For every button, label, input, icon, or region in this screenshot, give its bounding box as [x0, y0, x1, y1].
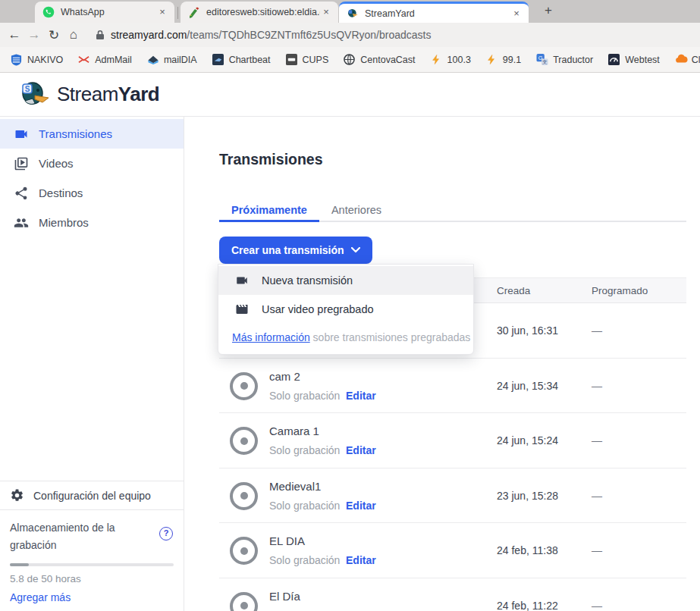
record-icon	[230, 427, 258, 455]
sidebar-item-label: Transmisiones	[39, 127, 112, 140]
storage-progress-fill	[10, 563, 29, 566]
edit-link[interactable]: Editar	[346, 444, 376, 456]
team-settings-button[interactable]: Configuración del equipo	[0, 481, 184, 509]
close-icon[interactable]: ×	[510, 8, 523, 20]
video-library-icon	[14, 156, 29, 171]
bookmark-99-1[interactable]: 99.1	[486, 54, 521, 66]
sidebar-item-miembros[interactable]: Miembros	[0, 208, 184, 237]
table-row[interactable]: EL DIA Solo grabación Editar 24 feb, 11:…	[219, 523, 686, 578]
menu-item-usar-video-pregrabado[interactable]: Usar video pregrabado	[218, 295, 473, 324]
sidebar-item-label: Destinos	[39, 186, 83, 199]
orange-cloud-icon	[675, 54, 687, 66]
app-wordmark: StreamYard	[57, 83, 159, 106]
bookmark-nakivo[interactable]: NAKIVO	[11, 54, 63, 66]
bookmark-traductor[interactable]: G文 Traductor	[536, 54, 593, 66]
table-row[interactable]: Camara 1 Solo grabación Editar 24 jun, 1…	[219, 413, 686, 468]
sidebar-item-destinos[interactable]: Destinos	[0, 178, 184, 208]
edit-link[interactable]: Editar	[346, 554, 376, 566]
url-domain: streamyard.com	[111, 29, 187, 41]
team-settings-label: Configuración del equipo	[33, 490, 151, 502]
clapperboard-icon	[235, 302, 262, 316]
create-broadcast-label: Crear una transmisión	[231, 244, 344, 256]
tab-proximamente[interactable]: Próximamente	[219, 199, 319, 221]
url-field[interactable]: streamyard.com/teams/TQDhBC9ZNTmft6z5UsQ…	[111, 29, 431, 41]
broadcast-title: Camara 1	[269, 425, 319, 437]
close-icon[interactable]: ×	[320, 6, 332, 18]
menu-item-label: Nueva transmisión	[262, 274, 353, 287]
bookmark-cups[interactable]: CUPS	[286, 54, 329, 66]
bookmark-chartbeat[interactable]: Chartbeat	[212, 54, 271, 66]
tab-editoresweb[interactable]: editoresweb:sitioweb:eldia.co ×	[180, 2, 338, 23]
orange-bolt-icon	[486, 54, 498, 66]
record-icon	[230, 592, 258, 611]
sidebar-item-videos[interactable]: Videos	[0, 149, 184, 178]
bookmarks-bar: NAKIVO AdmMail mailDIA Chartbeat CUPS Ce…	[0, 47, 700, 73]
scheduled-value: —	[592, 434, 602, 446]
add-more-link[interactable]: Agregar más	[10, 591, 174, 603]
bookmark-maildia[interactable]: mailDIA	[147, 54, 197, 66]
more-info-link[interactable]: Más información	[232, 331, 310, 343]
storage-progress-bar	[10, 563, 174, 566]
created-date: 24 feb, 11:22	[497, 600, 558, 611]
new-tab-button[interactable]: +	[539, 2, 557, 20]
close-icon[interactable]: ×	[156, 6, 168, 18]
bookmark-cloudflare[interactable]: CloudFlare	[675, 54, 700, 66]
tab-separator	[177, 7, 178, 19]
dark-cups-square-icon	[286, 54, 298, 66]
edit-link[interactable]: Editar	[346, 390, 376, 402]
bookmark-label: AdmMail	[95, 55, 132, 65]
tab-whatsapp[interactable]: WhatsApp ×	[35, 2, 174, 23]
pre-recorded-info: Más información sobre transmisiones preg…	[218, 324, 473, 354]
videocam-icon	[14, 127, 29, 142]
videocam-icon	[235, 274, 262, 287]
url-path: /teams/TQDhBC9ZNTmft6z5UsQVRyon/broadcas…	[187, 29, 431, 41]
back-icon[interactable]: ←	[5, 27, 24, 42]
wordmark-stream: Stream	[57, 83, 118, 105]
gauge-square-icon	[608, 54, 620, 66]
bookmark-label: Chartbeat	[229, 55, 271, 65]
translate-square-icon: G文	[536, 54, 548, 66]
sidebar-item-label: Miembros	[39, 216, 89, 229]
bookmark-100-3[interactable]: 100.3	[431, 54, 471, 66]
edit-link[interactable]: Editar	[346, 500, 376, 512]
lock-icon	[96, 30, 105, 40]
create-broadcast-dropdown: Nueva transmisión Usar video pregrabado …	[218, 264, 474, 355]
reload-icon[interactable]: ↻	[44, 27, 64, 43]
orange-bolt-icon	[431, 54, 443, 66]
sidebar-item-transmisiones[interactable]: Transmisiones	[0, 119, 184, 149]
chevron-down-icon	[351, 247, 360, 253]
created-date: 23 jun, 15:28	[497, 490, 558, 502]
bookmark-label: 99.1	[503, 55, 521, 65]
table-row[interactable]: cam 2 Solo grabación Editar 24 jun, 15:3…	[219, 359, 686, 414]
scheduled-value: —	[592, 490, 602, 502]
table-row[interactable]: Medieval1 Solo grabación Editar 23 jun, …	[219, 468, 686, 524]
bookmark-label: NAKIVO	[27, 55, 63, 65]
tab-anteriores[interactable]: Anteriores	[319, 199, 394, 221]
created-date: 30 jun, 16:31	[497, 324, 558, 337]
created-date: 24 feb, 11:38	[497, 544, 558, 556]
menu-item-nueva-transmision[interactable]: Nueva transmisión	[218, 266, 473, 295]
record-icon	[230, 482, 258, 510]
storage-title: Almacenamiento de la grabación	[10, 519, 143, 554]
forward-icon[interactable]: →	[24, 27, 44, 42]
table-row[interactable]: El Día Solo grabación Editar 24 feb, 11:…	[219, 578, 686, 611]
broadcast-title: EL DIA	[269, 534, 305, 547]
help-icon[interactable]: ?	[159, 527, 173, 540]
whatsapp-icon	[42, 6, 55, 18]
bookmark-label: mailDIA	[164, 55, 197, 65]
bookmark-webtest[interactable]: Webtest	[608, 54, 660, 66]
sidebar-bottom: Configuración del equipo Almacenamiento …	[0, 481, 184, 611]
svg-text:文: 文	[542, 59, 548, 64]
create-broadcast-button[interactable]: Crear una transmisión	[219, 237, 372, 264]
more-info-rest: sobre transmisiones pregrabadas	[310, 331, 471, 343]
sidebar-item-label: Videos	[39, 157, 74, 170]
bookmark-label: 100.3	[447, 55, 471, 65]
home-icon[interactable]: ⌂	[64, 27, 83, 42]
sidebar: Transmisiones Videos Destinos Miembros C…	[0, 117, 184, 611]
bookmark-centovacast[interactable]: CentovaCast	[344, 54, 415, 66]
broadcast-type-label: Solo grabación	[269, 444, 340, 456]
bookmark-admmail[interactable]: AdmMail	[78, 54, 132, 66]
streamyard-logo[interactable]: S	[20, 80, 50, 109]
created-date: 24 jun, 15:34	[497, 380, 558, 392]
tab-streamyard[interactable]: StreamYard ×	[339, 2, 529, 23]
